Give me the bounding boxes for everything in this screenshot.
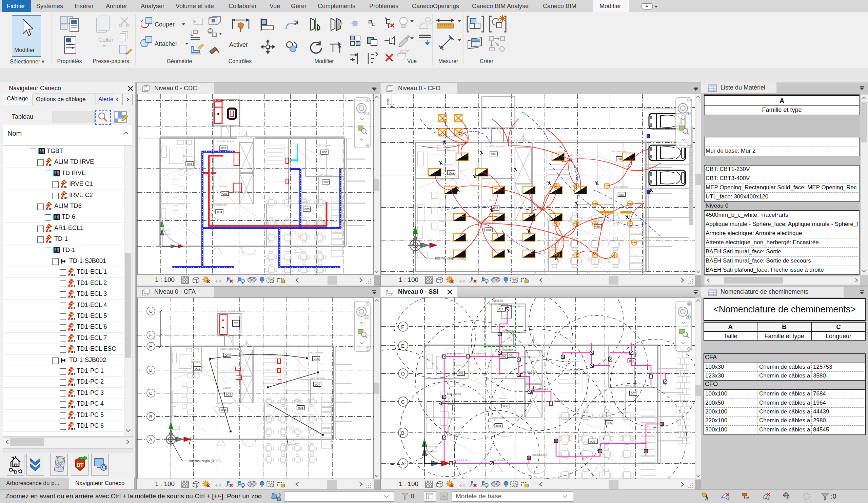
svg-text:Hall d'accueil: Hall d'accueil — [211, 203, 227, 206]
svg-text:Local de: Local de — [492, 299, 503, 302]
svg-text:B: B — [401, 430, 404, 436]
svg-text:ECB-USA-012: ECB-USA-012 — [521, 371, 537, 373]
svg-text:Server: Server — [219, 185, 227, 188]
svg-text:004: 004 — [486, 228, 491, 232]
svg-text:002: 002 — [221, 146, 226, 150]
svg-text:001: 001 — [458, 372, 464, 375]
svg-text:ECB-USA-014: ECB-USA-014 — [554, 400, 569, 402]
svg-text:007: 007 — [315, 383, 320, 386]
svg-text:Local Technique: Local Technique — [485, 145, 505, 148]
svg-text:Local Technique: Local Technique — [220, 347, 239, 350]
svg-text:ECB-USA-011: ECB-USA-011 — [521, 356, 537, 358]
svg-text:ECB-USA-06: ECB-USA-06 — [447, 393, 461, 395]
svg-text:Bureau: Bureau — [454, 364, 463, 367]
svg-text:ECB-USA-03: ECB-USA-03 — [503, 349, 516, 351]
svg-text:ECB-USA-09: ECB-USA-09 — [494, 459, 508, 462]
svg-text:WC homme: WC homme — [311, 377, 325, 380]
svg-text:WC homme: WC homme — [625, 384, 640, 388]
svg-text:C: C — [401, 399, 405, 404]
svg-text:BT: BT — [49, 240, 53, 243]
svg-text:Attacher: Attacher — [155, 40, 177, 47]
svg-text:005: 005 — [596, 225, 601, 229]
svg-text:WC femme: WC femme — [310, 351, 323, 354]
svg-text:2095: 2095 — [386, 99, 390, 105]
svg-text:004: 004 — [496, 424, 501, 428]
svg-text:Bureau: Bureau — [191, 360, 200, 363]
svg-text:ECB-USA-05: ECB-USA-05 — [471, 352, 485, 355]
svg-text:BT: BT — [71, 306, 75, 309]
svg-text:D: D — [149, 368, 152, 373]
svg-text:Coller: Coller — [98, 37, 114, 43]
svg-text:BT: BT — [71, 427, 75, 430]
svg-text:006: 006 — [618, 157, 623, 161]
svg-text:B: B — [149, 414, 152, 419]
svg-text:002: 002 — [491, 152, 496, 156]
svg-text:A: A — [401, 461, 404, 466]
svg-text:G: G — [149, 309, 153, 314]
svg-text:Couper: Couper — [155, 21, 175, 28]
svg-text:BT: BT — [71, 416, 75, 419]
svg-text:004: 004 — [217, 210, 222, 214]
svg-text:ECB-USA-013: ECB-USA-013 — [532, 388, 548, 390]
svg-text:ECB-USA-01: ECB-USA-01 — [510, 305, 524, 308]
svg-text:2D: 2D — [685, 111, 691, 116]
svg-text:005: 005 — [298, 406, 303, 409]
svg-text:WC homme: WC homme — [319, 174, 333, 177]
svg-text:Hall d'accueil: Hall d'accueil — [216, 402, 231, 405]
svg-text:Local Technique: Local Technique — [216, 140, 235, 143]
svg-text:003: 003 — [503, 404, 508, 408]
svg-text:Café: Café — [294, 400, 300, 403]
svg-text:WC homme: WC homme — [614, 185, 628, 188]
svg-text:F: F — [149, 333, 152, 338]
svg-text:BT: BT — [71, 394, 75, 397]
svg-text:001: 001 — [187, 162, 192, 165]
svg-text:Internal origin (0,0,0): Internal origin (0,0,0) — [189, 459, 220, 463]
svg-text:ECB-USA-08: ECB-USA-08 — [454, 459, 467, 462]
svg-text:005: 005 — [590, 440, 595, 443]
svg-text:001: 001 — [195, 367, 200, 370]
svg-text:2D: 2D — [364, 315, 370, 319]
svg-text:BT: BT — [64, 196, 68, 199]
svg-text:F: F — [401, 324, 404, 330]
svg-text:BT: BT — [71, 317, 75, 320]
svg-text:003: 003 — [223, 192, 228, 195]
svg-text:2D: 2D — [364, 111, 370, 116]
svg-text:BT: BT — [76, 462, 83, 468]
svg-text:WC femme: WC femme — [612, 150, 626, 153]
svg-text:001: 001 — [509, 354, 514, 357]
svg-text:BT: BT — [71, 273, 75, 276]
svg-text:ECB-USA-07: ECB-USA-07 — [447, 433, 461, 436]
svg-text:BT: BT — [71, 405, 75, 408]
svg-text:BT: BT — [71, 284, 75, 287]
svg-text:007: 007 — [619, 193, 624, 196]
svg-text:Internal origin (0,0,0): Internal origin (0,0,0) — [435, 256, 466, 260]
svg-text:Server: Server — [223, 386, 231, 389]
svg-text:C: C — [149, 391, 152, 396]
svg-text:E: E — [401, 343, 404, 349]
svg-text:003: 003 — [226, 393, 231, 396]
svg-text:BT: BT — [71, 328, 75, 331]
svg-text:Hall d'accueil: Hall d'accueil — [489, 417, 505, 420]
svg-text:005: 005 — [607, 421, 612, 425]
svg-text:ECB-USA-010: ECB-USA-010 — [532, 454, 547, 456]
svg-text:001: 001 — [449, 171, 454, 174]
svg-text:002: 002 — [502, 355, 507, 358]
svg-text:006: 006 — [322, 151, 327, 154]
svg-text:E: E — [149, 344, 152, 349]
svg-text:BT: BT — [71, 383, 75, 386]
svg-text:D: D — [401, 371, 405, 377]
svg-text:BT: BT — [71, 372, 75, 375]
svg-text:BT: BT — [49, 229, 53, 232]
svg-text:BT: BT — [71, 339, 75, 342]
svg-text:005: 005 — [304, 208, 310, 211]
svg-text:A: A — [149, 437, 152, 442]
svg-text:011: 011 — [498, 308, 503, 311]
svg-text:Bureau: Bureau — [444, 163, 453, 166]
svg-text:007: 007 — [631, 392, 636, 395]
svg-text:007: 007 — [323, 181, 329, 184]
svg-text:ECB-USA-02: ECB-USA-02 — [503, 330, 516, 332]
svg-text:BT: BT — [49, 163, 53, 166]
svg-text:BT: BT — [64, 185, 68, 188]
svg-text:BT: BT — [71, 295, 75, 298]
svg-text:WC femme: WC femme — [317, 144, 331, 147]
